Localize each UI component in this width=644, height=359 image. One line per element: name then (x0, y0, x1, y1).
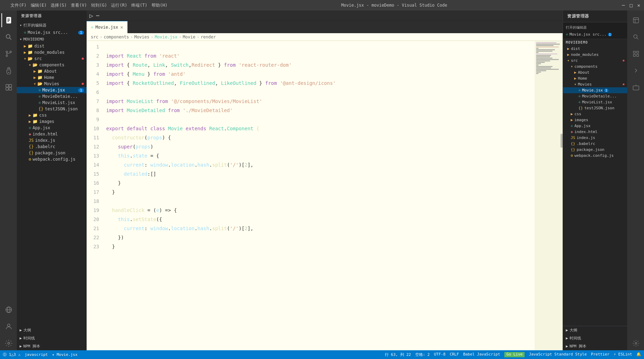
menu-edit[interactable]: 编辑(E) (31, 2, 47, 8)
maximize-button[interactable]: □ (629, 3, 634, 8)
right-file-movie-jsx[interactable]: ⚛ Movie.jsx 1 (563, 87, 627, 93)
minimize-button[interactable]: ─ (621, 3, 626, 8)
folder-css[interactable]: ▶ 📁 css (17, 112, 87, 118)
status-branch[interactable]: javascript (25, 352, 48, 357)
status-prettier[interactable]: Prettier (591, 352, 609, 357)
window-controls[interactable]: ─ □ ✕ (621, 3, 641, 8)
right-open-file[interactable]: ⚛ Movie.jsx src... 1 (566, 31, 624, 37)
project-section[interactable]: ▾ MOVIEDEMO (17, 36, 87, 43)
activity-settings[interactable] (1, 336, 15, 350)
activity-remote[interactable] (1, 303, 15, 317)
right-activity-search[interactable] (629, 30, 643, 44)
status-eslint[interactable]: ⚡ ESLint (614, 352, 632, 357)
menu-goto[interactable]: 转到(G) (91, 2, 107, 8)
menu-run[interactable]: 运行(R) (111, 2, 127, 8)
folder-movies[interactable]: ▾ 📂 Movies (17, 81, 87, 87)
status-file[interactable]: ✦ Movie.jsx (52, 352, 78, 357)
activity-search[interactable] (1, 30, 15, 44)
scrollbar-thumb[interactable] (561, 134, 563, 148)
activity-account[interactable] (1, 320, 15, 334)
status-golive[interactable]: Go Live (504, 352, 525, 357)
breadcrumb-movies[interactable]: Movies (134, 35, 149, 39)
code-content[interactable]: import React from 'react' import { Route… (103, 41, 535, 350)
status-indent[interactable]: 空格: 2 (415, 352, 430, 357)
right-folder-src[interactable]: ▾ src (563, 58, 627, 64)
folder-src[interactable]: ▾ 📂 src (17, 56, 87, 62)
file-index-html[interactable]: ◈ index.html (17, 131, 87, 137)
breadcrumb-class[interactable]: Movie (183, 35, 195, 39)
right-file-movielist[interactable]: ⚛ MovieList.jsx (563, 99, 627, 105)
right-folder-nodemodules[interactable]: ▶ node_modules (563, 52, 627, 58)
right-file-babelrc[interactable]: {} .babelrc (563, 141, 627, 147)
activity-debug[interactable] (1, 64, 15, 78)
folder-images[interactable]: ▶ 📁 images (17, 118, 87, 125)
right-file-indexhtml[interactable]: ◈ index.html (563, 129, 627, 135)
debug-button[interactable]: ⋯ (96, 12, 100, 19)
right-outline-section[interactable]: ▶ 大纲 (563, 326, 627, 334)
breadcrumb-src[interactable]: src (91, 35, 98, 39)
activity-explorer[interactable] (1, 13, 15, 27)
file-app-jsx[interactable]: ⚛ App.jsx (17, 125, 87, 131)
run-button[interactable]: ▷ (89, 12, 93, 19)
right-activity-settings[interactable] (629, 336, 643, 350)
breadcrumb-method[interactable]: render (201, 35, 216, 39)
folder-components[interactable]: ▾ 📂 components (17, 62, 87, 68)
status-standard[interactable]: JavaScript Standard Style (529, 352, 587, 357)
tab-movie-jsx[interactable]: ⚛ Movie.jsx × (87, 21, 128, 33)
right-file-indexjs[interactable]: JS index.js (563, 135, 627, 141)
right-folder-movies[interactable]: ▾ Movies (563, 81, 627, 87)
file-movie-jsx[interactable]: ⚛ Movie.jsx 1 (17, 87, 87, 93)
right-folder-components[interactable]: ▾ components (563, 64, 627, 69)
folder-nodemodules[interactable]: ▶ 📁 node_modules (17, 49, 87, 56)
npm-section[interactable]: ▶ NPM 脚本 (17, 342, 87, 350)
status-eol[interactable]: CRLF (450, 352, 459, 357)
menu-help[interactable]: 帮助(H) (152, 2, 168, 8)
open-file-movie[interactable]: ⚛ Movie.jsx src... 1 (17, 29, 87, 36)
file-webpack[interactable]: ⚙ webpack.config.js (17, 156, 87, 162)
right-activity-explorer[interactable] (629, 13, 643, 27)
file-testjson[interactable]: {} testJSON.json (17, 106, 87, 112)
right-folder-dist[interactable]: ▶ dist (563, 46, 627, 52)
status-errors[interactable]: ⓪ 1△3 ⚠ (3, 352, 21, 357)
folder-home[interactable]: ▶ 📁 Home (17, 74, 87, 81)
right-activity-debug[interactable] (629, 80, 643, 94)
right-folder-about[interactable]: ▶ About (563, 69, 627, 75)
right-file-testjson[interactable]: {} testJSON.json (563, 105, 627, 111)
status-encoding[interactable]: UTF-8 (434, 352, 446, 357)
right-npm-section[interactable]: ▶ NPM 脚本 (563, 342, 627, 350)
menu-view[interactable]: 查看(V) (71, 2, 87, 8)
right-activity-extensions[interactable] (629, 47, 643, 61)
right-folder-images[interactable]: ▶ images (563, 117, 627, 123)
right-folder-home[interactable]: ▶ Home (563, 75, 627, 81)
breadcrumb-components[interactable]: components (104, 35, 129, 39)
right-file-package[interactable]: {} package.json (563, 147, 627, 153)
activity-git[interactable] (1, 47, 15, 61)
file-moviedetail-jsx[interactable]: ⚛ MovieDetaie... (17, 93, 87, 100)
timeline-section[interactable]: ▶ 时间线 (17, 334, 87, 342)
right-file-webpack[interactable]: ⚙ webpack.config.js (563, 153, 627, 159)
menu-bar[interactable]: 文件(F) 编辑(E) 选择(S) 查看(V) 转到(G) 运行(R) 终端(T… (10, 2, 168, 8)
file-babelrc[interactable]: {} .babelrc (17, 144, 87, 150)
file-index-js[interactable]: JS index.js (17, 137, 87, 144)
activity-extensions[interactable] (1, 80, 15, 94)
breadcrumb-file[interactable]: Movie.jsx (155, 35, 177, 39)
menu-file[interactable]: 文件(F) (10, 2, 27, 8)
tab-close-button[interactable]: × (120, 24, 123, 30)
folder-dist[interactable]: ▶ 📁 dist (17, 43, 87, 49)
right-folder-css[interactable]: ▶ css (563, 111, 627, 117)
outline-section[interactable]: ▶ 大纲 (17, 326, 87, 334)
status-position[interactable]: 行 63, 列 22 (385, 352, 411, 357)
file-package-json[interactable]: {} package.json (17, 150, 87, 156)
status-language[interactable]: Babel JavaScript (463, 352, 500, 357)
right-file-app[interactable]: ⚛ App.jsx (563, 123, 627, 129)
open-editors-section[interactable]: ▾ 打开的编辑器 (17, 21, 87, 29)
code-editor[interactable]: 12345 678910 1112131415 1617181920 21222… (87, 41, 563, 350)
menu-select[interactable]: 选择(S) (51, 2, 67, 8)
menu-terminal[interactable]: 终端(T) (131, 2, 147, 8)
scrollbar-track[interactable] (561, 41, 563, 350)
folder-about[interactable]: ▶ 📁 About (17, 68, 87, 74)
right-timeline-section[interactable]: ▶ 时间线 (563, 334, 627, 342)
file-movielist-jsx[interactable]: ⚛ MovieList.jsx (17, 100, 87, 106)
close-button[interactable]: ✕ (636, 3, 641, 8)
status-notification[interactable]: 🔔 (636, 352, 641, 357)
